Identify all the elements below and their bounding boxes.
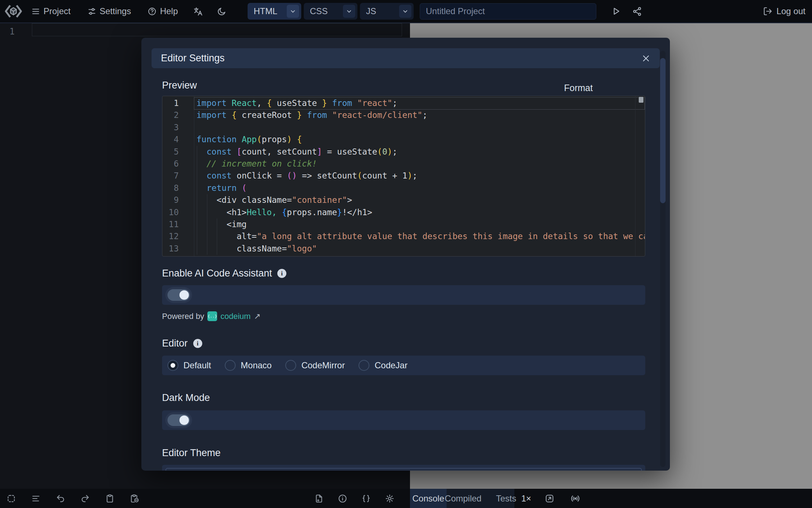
menu-help[interactable]: Help: [148, 6, 178, 16]
gear-icon[interactable]: [385, 494, 394, 503]
code-line: 12 alt="a long alt attribute value that …: [162, 230, 645, 242]
tab-tests[interactable]: Tests: [496, 493, 516, 504]
top-bar: Project Settings Help HTML CSS J: [0, 0, 812, 23]
translate-icon[interactable]: [193, 7, 203, 16]
radio-selected-icon[interactable]: [167, 360, 178, 371]
dark-mode-label: Dark Mode: [162, 392, 210, 403]
code-text: <h1>Hello, {props.name}!</h1>: [194, 206, 372, 218]
tab-js-dropdown[interactable]: [399, 5, 411, 18]
code-text: className="logo": [194, 243, 317, 255]
modal-scrollbar-thumb[interactable]: [660, 58, 666, 203]
file-link-icon[interactable]: [314, 494, 324, 503]
ai-assistant-row: [162, 285, 645, 305]
code-text: <img: [194, 218, 246, 230]
dark-mode-heading: Dark Mode: [162, 392, 210, 403]
codeium-link[interactable]: codeium: [220, 312, 250, 321]
tab-css-dropdown[interactable]: [343, 5, 355, 18]
editor-theme-row[interactable]: [162, 465, 645, 471]
code-line: 11 <img: [162, 218, 645, 230]
project-name-input[interactable]: [420, 3, 596, 20]
info-circle-icon[interactable]: [338, 494, 347, 503]
editor-option-codemirror[interactable]: CodeMirror: [285, 360, 345, 371]
info-icon[interactable]: i: [193, 339, 202, 348]
clipboard-icon[interactable]: [105, 494, 115, 503]
share-button[interactable]: [632, 7, 642, 16]
ai-assistant-heading: Enable AI Code Assistant i: [162, 268, 286, 279]
code-line: 9 <div className="container">: [162, 194, 645, 206]
modal-header: Editor Settings: [152, 48, 660, 68]
tab-html-dropdown[interactable]: [287, 5, 299, 18]
braces-icon[interactable]: [361, 494, 371, 503]
code-text: import { createRoot } from "react-dom/cl…: [194, 109, 427, 121]
gutter-separator: [194, 96, 194, 256]
close-icon[interactable]: [642, 54, 650, 63]
info-icon[interactable]: i: [277, 269, 286, 278]
format-button[interactable]: Format: [564, 83, 593, 93]
toggle-knob: [179, 415, 189, 425]
moon-icon[interactable]: [217, 7, 227, 16]
editor-option-default[interactable]: Default: [167, 360, 211, 371]
editor-option-codejar[interactable]: CodeJar: [359, 360, 407, 371]
selection-box-icon[interactable]: [7, 494, 16, 503]
radio-unselected-icon[interactable]: [359, 360, 369, 371]
tab-css[interactable]: CSS: [304, 3, 357, 20]
code-text: alt="a long alt attribute value that des…: [194, 230, 645, 242]
dark-mode-row: [162, 410, 645, 430]
code-preview-box[interactable]: 1import React, { useState } from "react"…: [162, 96, 645, 257]
code-text: const onClick = () => setCount(count + 1…: [194, 170, 417, 182]
code-line: 7 const onClick = () => setCount(count +…: [162, 170, 645, 182]
editor-heading: Editor i: [162, 338, 202, 349]
undo-icon[interactable]: [56, 494, 65, 503]
tab-compiled[interactable]: Compiled: [445, 493, 481, 504]
language-tabs: HTML CSS JS: [248, 3, 414, 20]
tab-console[interactable]: Console: [410, 489, 447, 508]
line-number: 2: [162, 109, 194, 121]
broadcast-icon[interactable]: [570, 493, 581, 504]
bottom-bar: Console Compiled Tests 1×: [0, 489, 812, 508]
code-text: // increment on click!: [194, 158, 317, 170]
tab-html[interactable]: HTML: [248, 3, 301, 20]
tab-js-label: JS: [366, 6, 376, 16]
editor-option-monaco[interactable]: Monaco: [225, 360, 272, 371]
logout-button[interactable]: Log out: [763, 0, 805, 22]
line-number: 5: [162, 146, 194, 158]
code-line: 2import { createRoot } from "react-dom/c…: [162, 109, 645, 121]
menu-settings[interactable]: Settings: [87, 6, 131, 16]
code-scrollbar-thumb[interactable]: [639, 97, 643, 103]
external-link-icon[interactable]: [544, 493, 555, 504]
code-line: 4function App(props) {: [162, 134, 645, 146]
align-left-icon[interactable]: [31, 494, 41, 503]
redo-icon[interactable]: [80, 494, 90, 503]
menu-project[interactable]: Project: [31, 6, 71, 16]
app: Project Settings Help HTML CSS J: [0, 0, 812, 508]
output-tab-panel: Compiled Tests: [447, 489, 514, 508]
menu-icon: [31, 7, 40, 16]
line-number: 8: [162, 182, 194, 194]
tab-css-label: CSS: [310, 6, 328, 16]
line-number: 11: [162, 218, 194, 230]
ai-assistant-toggle[interactable]: [167, 289, 190, 301]
code-text: <div className="container">: [194, 194, 352, 206]
menu-group: Project Settings Help: [31, 6, 178, 16]
line-number: 6: [162, 158, 194, 170]
zoom-level[interactable]: 1×: [521, 489, 531, 508]
chevron-down-icon: [289, 7, 297, 15]
line-number: 13: [162, 243, 194, 255]
clipboard-minus-icon[interactable]: [130, 494, 139, 503]
sliders-icon: [87, 7, 96, 16]
ai-assistant-label: Enable AI Code Assistant: [162, 268, 272, 279]
radio-unselected-icon[interactable]: [225, 360, 236, 371]
editor-settings-modal: Editor Settings Preview Format 1import R…: [141, 38, 670, 471]
line-number: 4: [162, 134, 194, 146]
menu-settings-label: Settings: [100, 6, 131, 16]
line-number: 7: [162, 170, 194, 182]
code-text: const [count, setCount] = useState(0);: [194, 146, 397, 158]
code-line: 13 className="logo": [162, 243, 645, 255]
dark-mode-toggle[interactable]: [167, 414, 190, 426]
radio-unselected-icon[interactable]: [285, 360, 296, 371]
editor-theme-select[interactable]: [166, 468, 642, 471]
run-button[interactable]: [611, 6, 621, 16]
editor-active-line: [32, 23, 402, 36]
tab-js[interactable]: JS: [360, 3, 414, 20]
tab-html-label: HTML: [254, 6, 277, 16]
